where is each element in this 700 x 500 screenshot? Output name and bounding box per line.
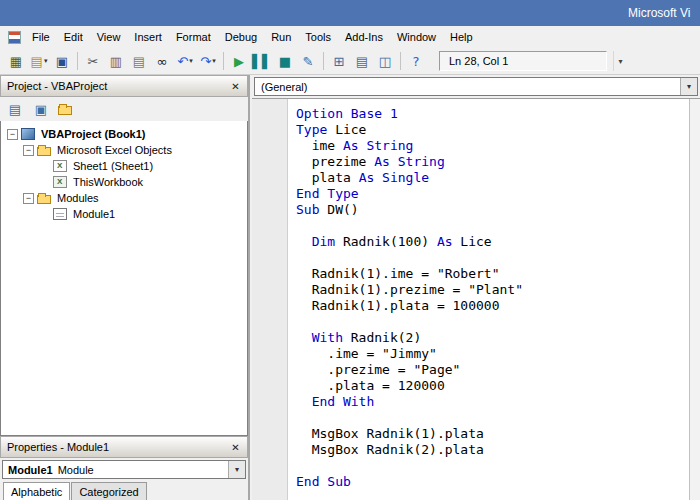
tree-item-label: Modules — [55, 192, 101, 204]
tree-item-label: Sheet1 (Sheet1) — [71, 160, 155, 172]
menu-item-window[interactable]: Window — [390, 27, 443, 47]
view-code-button[interactable]: ▤ — [5, 100, 25, 118]
left-dock: Project - VBAProject ✕ ▤▣ −VBAProject (B… — [0, 75, 250, 500]
chevron-down-icon: ▾ — [212, 57, 216, 65]
properties-window-button[interactable]: ▤ — [351, 51, 373, 72]
toolbar-options-button[interactable]: ▾ — [613, 51, 627, 71]
code-combo-row: (General) ▾ — [252, 75, 700, 99]
stop-icon: ■ — [279, 55, 291, 68]
tree-item-microsoft-excel-objects[interactable]: −Microsoft Excel Objects — [1, 142, 247, 158]
tab-alphabetic[interactable]: Alphabetic — [3, 482, 70, 500]
tree-item-modules[interactable]: −Modules — [1, 190, 247, 206]
vertical-scrollbar[interactable] — [689, 99, 700, 500]
code-token: plata — [296, 170, 359, 185]
view-object-icon: ▣ — [35, 103, 47, 116]
tree-expander[interactable]: − — [23, 145, 34, 156]
project-panel-close-button[interactable]: ✕ — [227, 78, 244, 94]
menu-item-view[interactable]: View — [90, 27, 128, 47]
code-token: End With — [312, 394, 375, 409]
help-button[interactable]: ? — [405, 51, 427, 72]
code-token: End Sub — [296, 474, 351, 489]
chevron-down-icon: ▾ — [687, 82, 691, 91]
menu-item-help[interactable]: Help — [443, 27, 480, 47]
code-line: plata As Single — [296, 170, 689, 186]
code-token: Option Base 1 — [296, 106, 398, 121]
tree-item-module1[interactable]: Module1 — [1, 206, 247, 222]
clipboard-icon: ▤ — [133, 55, 145, 68]
code-editor[interactable]: Option Base 1Type Lice ime As String pre… — [288, 99, 689, 500]
tree-expander[interactable]: − — [7, 129, 18, 140]
menu-item-run[interactable]: Run — [264, 27, 298, 47]
view-object-button[interactable]: ▣ — [31, 100, 51, 118]
code-line: End With — [296, 394, 689, 410]
code-token: As Single — [359, 170, 429, 185]
project-panel-header[interactable]: Project - VBAProject ✕ — [0, 75, 248, 97]
find-button[interactable]: ∞ — [151, 51, 173, 72]
document-window-icon — [8, 31, 21, 44]
menu-item-insert[interactable]: Insert — [127, 27, 169, 47]
workbook-icon — [53, 176, 67, 188]
chevron-down-icon: ▾ — [235, 465, 239, 474]
window-title: Microsoft Vi — [628, 6, 690, 20]
code-token: prezime — [296, 154, 374, 169]
menu-item-edit[interactable]: Edit — [57, 27, 90, 47]
chevron-down-icon: ▾ — [189, 57, 193, 65]
code-line: Type Lice — [296, 122, 689, 138]
tree-expander[interactable]: − — [23, 193, 34, 204]
design-mode-button[interactable]: ✎ — [297, 51, 319, 72]
combobox-dropdown-button[interactable]: ▾ — [228, 461, 245, 478]
code-token: Lice — [327, 122, 366, 137]
view-excel-button[interactable]: ▦ — [5, 51, 27, 72]
save-button[interactable]: ▣ — [51, 51, 73, 72]
object-browser-button[interactable]: ◫ — [374, 51, 396, 72]
code-token: MsgBox Radnik(2).plata — [296, 442, 484, 457]
copy-button[interactable]: ▥ — [105, 51, 127, 72]
code-token: Sub — [296, 202, 319, 217]
code-token — [296, 234, 312, 249]
chevron-down-icon: ▾ — [618, 57, 622, 66]
menu-item-tools[interactable]: Tools — [298, 27, 338, 47]
object-dropdown-button[interactable]: ▾ — [680, 78, 697, 95]
object-browser-icon: ◫ — [379, 55, 391, 68]
toggle-folders-button[interactable] — [57, 100, 77, 118]
properties-tabs: AlphabeticCategorized — [0, 482, 248, 500]
redo-button[interactable]: ↷▾ — [197, 51, 219, 72]
insert-userform-button[interactable]: ▤▾ — [28, 51, 50, 72]
cut-button[interactable]: ✂ — [82, 51, 104, 72]
tree-item-vbaproject-book1[interactable]: −VBAProject (Book1) — [1, 126, 247, 142]
code-line: MsgBox Radnik(1).plata — [296, 426, 689, 442]
code-token: Dim — [312, 234, 335, 249]
scissors-icon: ✂ — [88, 55, 99, 68]
title-bar[interactable]: Microsoft Vi — [0, 0, 700, 26]
properties-object-combobox[interactable]: Module1 Module ▾ — [2, 460, 246, 479]
tree-item-thisworkbook[interactable]: ThisWorkbook — [1, 174, 247, 190]
paste-button[interactable]: ▤ — [128, 51, 150, 72]
run-button[interactable]: ▶ — [228, 51, 250, 72]
run-icon: ▶ — [234, 55, 244, 68]
code-line — [296, 218, 689, 234]
tree-item-sheet1-sheet1[interactable]: Sheet1 (Sheet1) — [1, 158, 247, 174]
properties-panel-close-button[interactable]: ✕ — [227, 439, 244, 455]
code-line: Radnik(1).ime = "Robert" — [296, 266, 689, 282]
menu-item-add-ins[interactable]: Add-Ins — [338, 27, 390, 47]
properties-panel-header[interactable]: Properties - Module1 ✕ — [0, 436, 248, 458]
code-token: .plata = 120000 — [296, 378, 445, 393]
menu-item-format[interactable]: Format — [169, 27, 218, 47]
reset-button[interactable]: ■ — [274, 51, 296, 72]
undo-button[interactable]: ↶▾ — [174, 51, 196, 72]
code-token: Radnik(1).plata = 100000 — [296, 298, 500, 313]
code-token: As — [437, 234, 453, 249]
code-line: End Type — [296, 186, 689, 202]
break-button[interactable]: ▌▌ — [251, 51, 273, 72]
tab-categorized[interactable]: Categorized — [71, 482, 146, 500]
code-line — [296, 458, 689, 474]
binoculars-icon: ∞ — [157, 55, 168, 68]
menu-item-file[interactable]: File — [25, 27, 57, 47]
code-line — [296, 314, 689, 330]
code-token: Radnik(1).prezime = "Plant" — [296, 282, 523, 297]
margin-indicator-bar[interactable] — [252, 99, 288, 500]
tree-item-label: Module1 — [71, 208, 117, 220]
object-dropdown[interactable]: (General) ▾ — [254, 77, 698, 96]
menu-item-debug[interactable]: Debug — [218, 27, 264, 47]
project-explorer-button[interactable]: ⊞ — [328, 51, 350, 72]
